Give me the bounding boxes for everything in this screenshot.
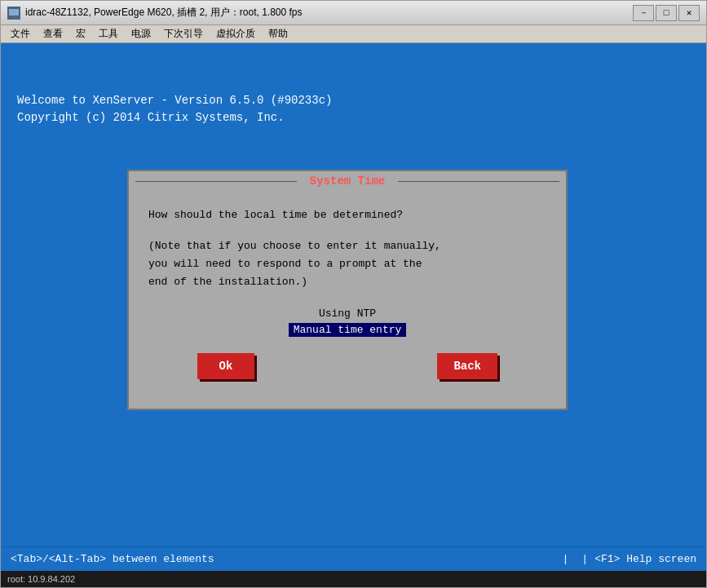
menu-macro[interactable]: 宏 — [69, 25, 92, 42]
dialog-content: How should the local time be determined?… — [129, 194, 566, 409]
ok-button[interactable]: Ok — [197, 353, 254, 379]
status-separator-2: | — [581, 553, 588, 565]
menu-virtual-media[interactable]: 虚拟介质 — [210, 25, 262, 42]
window-title: idrac-48Z1132, PowerEdge M620, 插槽 2, 用户：… — [25, 6, 633, 20]
dialog-note-line1: (Note that if you choose to enter it man… — [148, 240, 441, 252]
window-icon — [7, 7, 20, 20]
menu-file[interactable]: 文件 — [4, 25, 37, 42]
blue-background: Welcome to XenServer - Version 6.5.0 (#9… — [1, 43, 706, 571]
back-button[interactable]: Back — [437, 353, 497, 379]
svg-rect-1 — [9, 9, 19, 15]
status-bar: <Tab>/<Alt-Tab> between elements | | <F1… — [1, 546, 706, 571]
status-right-text: <F1> Help screen — [594, 553, 696, 565]
dialog-note-line3: end of the installation.) — [148, 276, 307, 288]
menu-power[interactable]: 电源 — [125, 25, 157, 42]
option-ntp[interactable]: Using NTP — [148, 307, 546, 320]
maximize-button[interactable]: □ — [656, 5, 677, 21]
dialog-title-line: System Time — [129, 175, 566, 188]
welcome-line1: Welcome to XenServer - Version 6.5.0 (#9… — [17, 94, 332, 107]
caption-text: root: 10.9.84.202 — [7, 574, 75, 584]
welcome-text: Welcome to XenServer - Version 6.5.0 (#9… — [17, 92, 332, 126]
svg-rect-2 — [11, 16, 17, 18]
status-separator-1: | — [563, 553, 569, 565]
dialog-question: How should the local time be determined? — [148, 207, 546, 224]
menu-tools[interactable]: 工具 — [92, 25, 125, 42]
title-bar: idrac-48Z1132, PowerEdge M620, 插槽 2, 用户：… — [1, 1, 706, 25]
dialog-note: (Note that if you choose to enter it man… — [148, 237, 546, 291]
option-manual[interactable]: Manual time entry — [289, 323, 407, 337]
minimize-button[interactable]: － — [633, 5, 654, 21]
dialog-note-line2: you will need to respond to a prompt at … — [148, 258, 422, 270]
welcome-line2: Copyright (c) 2014 Citrix Systems, Inc. — [17, 111, 285, 124]
menu-view[interactable]: 查看 — [37, 25, 69, 42]
dialog-options: Using NTP Manual time entry — [148, 307, 546, 337]
menu-next-boot[interactable]: 下次引导 — [157, 25, 210, 42]
menu-help[interactable]: 帮助 — [262, 25, 294, 42]
caption-bar: root: 10.9.84.202 — [1, 571, 706, 587]
status-left-text: <Tab>/<Alt-Tab> between elements — [11, 553, 556, 565]
dialog-buttons: Ok Back — [148, 353, 546, 396]
dialog-title: System Time — [310, 175, 385, 188]
window-controls: － □ ✕ — [633, 5, 700, 21]
dialog-title-bar: System Time — [129, 171, 566, 194]
close-button[interactable]: ✕ — [678, 5, 700, 21]
main-window: idrac-48Z1132, PowerEdge M620, 插槽 2, 用户：… — [0, 0, 707, 588]
system-time-dialog: System Time How should the local time be… — [127, 170, 568, 410]
remote-screen: Welcome to XenServer - Version 6.5.0 (#9… — [1, 43, 706, 571]
menu-bar: 文件 查看 宏 工具 电源 下次引导 虚拟介质 帮助 — [1, 25, 706, 43]
